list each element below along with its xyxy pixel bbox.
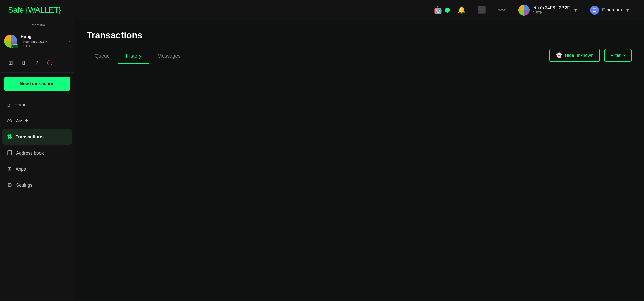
sidebar-avatar-wrap: 1/1: [4, 35, 17, 48]
copy-address-button[interactable]: ⧉: [17, 57, 30, 69]
filter-button[interactable]: Filter ▾: [604, 49, 632, 62]
sidebar-item-label-home: Home: [14, 102, 26, 108]
threshold-badge: 1/1: [12, 44, 18, 48]
chevron-right-icon: ›: [69, 39, 70, 44]
sidebar-item-settings[interactable]: ⚙ Settings: [2, 177, 72, 193]
logo-text: Safe: [8, 5, 26, 14]
sidebar: Ethereum 1/1 Hung eth:0x8bdD...03d5 0 ET…: [0, 20, 74, 301]
sidebar-item-label-assets: Assets: [16, 118, 29, 124]
apps-icon: ⊞: [7, 166, 12, 172]
topnav-actions: 🤖 0 🔔 ⬛ 〰️ eth:0x24F8...2B2F 0 ETH ▾: [432, 0, 636, 20]
tab-history[interactable]: History: [118, 49, 149, 64]
assets-icon: ◎: [7, 118, 12, 124]
sidebar-item-label-address-book: Address book: [16, 150, 44, 156]
tab-messages-label: Messages: [157, 53, 180, 59]
tab-actions: 👻 Hide unknown Filter ▾: [549, 49, 632, 64]
chevron-down-icon: ▾: [626, 7, 629, 13]
sidebar-wallet-address: eth:0x8bdD...03d5: [21, 40, 65, 44]
sidebar-item-apps[interactable]: ⊞ Apps: [2, 161, 72, 177]
settings-icon: ⚙: [7, 182, 12, 188]
transactions-icon: ⇅: [7, 134, 12, 140]
wallet-selector-button[interactable]: eth:0x24F8...2B2F 0 ETH ▾: [512, 0, 583, 20]
counter-button[interactable]: 🤖 0: [432, 0, 452, 20]
counter-badge: 0: [445, 8, 450, 13]
external-link-icon: ↗: [34, 60, 39, 66]
transactions-list: [74, 64, 644, 301]
logo-bracket: {WALLET}: [26, 5, 61, 14]
signal-icon: 〰️: [498, 6, 506, 14]
new-transaction-button[interactable]: New transaction: [4, 77, 70, 91]
network-name: Ethereum: [602, 7, 622, 13]
copy-icon: ⧉: [22, 60, 26, 66]
app-logo: Safe {WALLET}: [8, 5, 432, 15]
content-header: Transactions Queue History Messages 👻 Hi…: [74, 20, 644, 64]
wallet-avatar: [518, 5, 530, 16]
hide-unknown-button[interactable]: 👻 Hide unknown: [549, 49, 600, 62]
home-icon: ⌂: [7, 102, 10, 108]
external-link-button[interactable]: ↗: [30, 57, 43, 69]
main-layout: Ethereum 1/1 Hung eth:0x8bdD...03d5 0 ET…: [0, 20, 644, 301]
notifications-button[interactable]: 🔔: [452, 0, 472, 20]
ethereum-icon: Ξ: [590, 6, 599, 15]
tabs-row: Queue History Messages 👻 Hide unknown Fi…: [87, 49, 632, 64]
tab-messages[interactable]: Messages: [149, 49, 188, 64]
sidebar-item-home[interactable]: ⌂ Home: [2, 97, 72, 113]
page-title: Transactions: [87, 30, 632, 41]
qr-code-icon: ⊞: [8, 60, 13, 66]
tab-queue[interactable]: Queue: [87, 49, 118, 64]
sidebar-item-address-book[interactable]: ❒ Address book: [2, 145, 72, 161]
sidebar-navigation: ⌂ Home ◎ Assets ⇅ Transactions ❒ Address…: [0, 95, 74, 301]
top-navigation: Safe {WALLET} 🤖 0 🔔 ⬛ 〰️ eth:0x24F8...2B…: [0, 0, 644, 20]
filter-label: Filter: [611, 53, 621, 58]
sidebar-item-label-settings: Settings: [16, 183, 32, 188]
bell-icon: 🔔: [458, 6, 466, 14]
ghost-icon: 👻: [556, 52, 562, 58]
tab-history-label: History: [126, 53, 141, 59]
sidebar-wallet-name: Hung: [21, 34, 65, 39]
qr-code-button[interactable]: ⊞: [4, 57, 17, 69]
sidebar-wallet-balance: 0 ETH: [21, 44, 65, 48]
chevron-down-icon: ▾: [623, 53, 625, 58]
layers-icon: ⬛: [478, 6, 486, 14]
sidebar-icon-row: ⊞ ⧉ ↗ ⓘ: [0, 53, 74, 73]
wallet-info: eth:0x24F8...2B2F 0 ETH: [533, 5, 570, 15]
robot-icon: 🤖: [433, 6, 442, 14]
alert-icon: ⓘ: [47, 59, 53, 67]
sidebar-item-assets[interactable]: ◎ Assets: [2, 113, 72, 129]
sidebar-item-label-transactions: Transactions: [16, 134, 44, 140]
hide-unknown-label: Hide unknown: [565, 53, 593, 58]
network-selector-button[interactable]: Ξ Ethereum ▾: [583, 0, 636, 20]
content-area: Transactions Queue History Messages 👻 Hi…: [74, 20, 644, 301]
sidebar-item-transactions[interactable]: ⇅ Transactions: [2, 129, 72, 145]
wallet-address-display: eth:0x24F8...2B2F: [533, 5, 570, 11]
sidebar-wallet-selector[interactable]: 1/1 Hung eth:0x8bdD...03d5 0 ETH ›: [0, 29, 74, 53]
sidebar-network-label: Ethereum: [0, 20, 74, 29]
chevron-down-icon: ▾: [574, 7, 577, 13]
alert-button[interactable]: ⓘ: [43, 57, 56, 69]
signal-button[interactable]: 〰️: [492, 0, 512, 20]
wallet-balance-display: 0 ETH: [533, 11, 570, 15]
tab-queue-label: Queue: [95, 53, 110, 59]
layers-button[interactable]: ⬛: [472, 0, 492, 20]
address-book-icon: ❒: [7, 150, 12, 156]
sidebar-item-label-apps: Apps: [16, 167, 26, 172]
sidebar-wallet-text: Hung eth:0x8bdD...03d5 0 ETH: [21, 34, 65, 48]
